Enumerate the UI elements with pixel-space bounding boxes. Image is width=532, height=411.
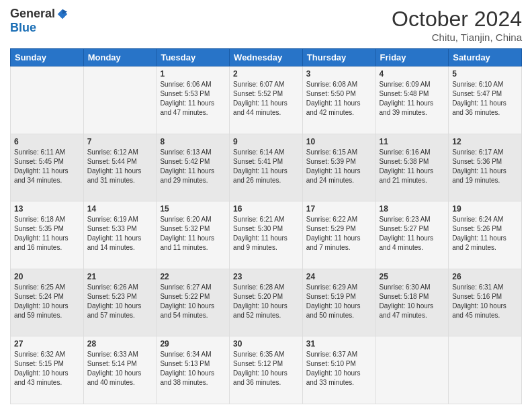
- day-info: Sunrise: 6:18 AMSunset: 5:35 PMDaylight:…: [14, 215, 80, 253]
- logo-icon: [56, 8, 69, 20]
- day-number: 22: [160, 272, 226, 281]
- day-header-thursday: Thursday: [302, 49, 375, 66]
- day-number: 25: [380, 272, 445, 281]
- day-number: 14: [87, 204, 153, 214]
- day-info: Sunrise: 6:23 AMSunset: 5:27 PMDaylight:…: [380, 215, 445, 253]
- day-info: Sunrise: 6:16 AMSunset: 5:38 PMDaylight:…: [380, 148, 445, 185]
- day-info: Sunrise: 6:19 AMSunset: 5:33 PMDaylight:…: [87, 215, 153, 253]
- day-info: Sunrise: 6:11 AMSunset: 5:45 PMDaylight:…: [14, 148, 80, 185]
- calendar-cell: 12Sunrise: 6:17 AMSunset: 5:36 PMDayligh…: [449, 134, 522, 201]
- day-info: Sunrise: 6:31 AMSunset: 5:16 PMDaylight:…: [452, 283, 518, 320]
- calendar-cell: 17Sunrise: 6:22 AMSunset: 5:29 PMDayligh…: [302, 201, 375, 269]
- day-info: Sunrise: 6:34 AMSunset: 5:13 PMDaylight:…: [160, 350, 226, 387]
- calendar-cell: 22Sunrise: 6:27 AMSunset: 5:22 PMDayligh…: [157, 269, 230, 336]
- day-info: Sunrise: 6:12 AMSunset: 5:44 PMDaylight:…: [87, 148, 153, 185]
- day-number: 3: [306, 69, 372, 79]
- day-info: Sunrise: 6:28 AMSunset: 5:20 PMDaylight:…: [233, 283, 299, 320]
- day-number: 6: [14, 137, 80, 146]
- calendar-week-row: 1Sunrise: 6:06 AMSunset: 5:53 PMDaylight…: [11, 66, 522, 134]
- day-number: 9: [233, 137, 299, 146]
- calendar-cell: 27Sunrise: 6:32 AMSunset: 5:15 PMDayligh…: [11, 336, 84, 404]
- day-info: Sunrise: 6:14 AMSunset: 5:41 PMDaylight:…: [233, 148, 299, 185]
- day-number: 27: [14, 339, 80, 349]
- day-info: Sunrise: 6:25 AMSunset: 5:24 PMDaylight:…: [14, 283, 80, 320]
- calendar-week-row: 20Sunrise: 6:25 AMSunset: 5:24 PMDayligh…: [11, 269, 522, 336]
- day-number: 18: [380, 204, 445, 214]
- calendar-cell: 29Sunrise: 6:34 AMSunset: 5:13 PMDayligh…: [157, 336, 230, 404]
- day-header-sunday: Sunday: [11, 49, 84, 66]
- day-number: 7: [87, 137, 153, 146]
- day-number: 16: [233, 204, 299, 214]
- day-info: Sunrise: 6:06 AMSunset: 5:53 PMDaylight:…: [160, 80, 226, 118]
- logo-blue-text: Blue: [10, 21, 36, 35]
- day-number: 24: [306, 272, 372, 281]
- day-number: 15: [160, 204, 226, 214]
- day-number: 2: [233, 69, 299, 79]
- calendar: SundayMondayTuesdayWednesdayThursdayFrid…: [10, 48, 522, 404]
- day-number: 5: [452, 69, 518, 79]
- day-number: 21: [87, 272, 153, 281]
- day-info: Sunrise: 6:20 AMSunset: 5:32 PMDaylight:…: [160, 215, 226, 253]
- day-header-friday: Friday: [375, 49, 449, 66]
- calendar-cell: [11, 66, 84, 134]
- day-info: Sunrise: 6:30 AMSunset: 5:18 PMDaylight:…: [380, 283, 445, 320]
- calendar-cell: 13Sunrise: 6:18 AMSunset: 5:35 PMDayligh…: [11, 201, 84, 269]
- day-header-wednesday: Wednesday: [230, 49, 303, 66]
- day-number: 1: [160, 69, 226, 79]
- calendar-cell: 26Sunrise: 6:31 AMSunset: 5:16 PMDayligh…: [449, 269, 522, 336]
- day-number: 28: [87, 339, 153, 349]
- calendar-week-row: 13Sunrise: 6:18 AMSunset: 5:35 PMDayligh…: [11, 201, 522, 269]
- day-info: Sunrise: 6:29 AMSunset: 5:19 PMDaylight:…: [306, 283, 372, 320]
- day-info: Sunrise: 6:27 AMSunset: 5:22 PMDaylight:…: [160, 283, 226, 320]
- day-info: Sunrise: 6:32 AMSunset: 5:15 PMDaylight:…: [14, 350, 80, 387]
- calendar-cell: 9Sunrise: 6:14 AMSunset: 5:41 PMDaylight…: [230, 134, 303, 201]
- day-info: Sunrise: 6:13 AMSunset: 5:42 PMDaylight:…: [160, 148, 226, 185]
- day-number: 17: [306, 204, 372, 214]
- day-info: Sunrise: 6:24 AMSunset: 5:26 PMDaylight:…: [452, 215, 518, 253]
- calendar-cell: 21Sunrise: 6:26 AMSunset: 5:23 PMDayligh…: [83, 269, 157, 336]
- calendar-cell: 30Sunrise: 6:35 AMSunset: 5:12 PMDayligh…: [230, 336, 303, 404]
- calendar-cell: 5Sunrise: 6:10 AMSunset: 5:47 PMDaylight…: [449, 66, 522, 134]
- day-number: 30: [233, 339, 299, 349]
- calendar-cell: 31Sunrise: 6:37 AMSunset: 5:10 PMDayligh…: [302, 336, 375, 404]
- day-info: Sunrise: 6:21 AMSunset: 5:30 PMDaylight:…: [233, 215, 299, 253]
- calendar-cell: 7Sunrise: 6:12 AMSunset: 5:44 PMDaylight…: [83, 134, 157, 201]
- calendar-cell: 2Sunrise: 6:07 AMSunset: 5:52 PMDaylight…: [230, 66, 303, 134]
- calendar-cell: [449, 336, 522, 404]
- calendar-cell: 25Sunrise: 6:30 AMSunset: 5:18 PMDayligh…: [375, 269, 449, 336]
- calendar-week-row: 6Sunrise: 6:11 AMSunset: 5:45 PMDaylight…: [11, 134, 522, 201]
- day-info: Sunrise: 6:09 AMSunset: 5:48 PMDaylight:…: [380, 80, 445, 118]
- page: General Blue October 2024 Chitu, Tianjin…: [0, 0, 532, 411]
- calendar-cell: 3Sunrise: 6:08 AMSunset: 5:50 PMDaylight…: [302, 66, 375, 134]
- calendar-cell: 6Sunrise: 6:11 AMSunset: 5:45 PMDaylight…: [11, 134, 84, 201]
- day-header-tuesday: Tuesday: [157, 49, 230, 66]
- calendar-cell: 1Sunrise: 6:06 AMSunset: 5:53 PMDaylight…: [157, 66, 230, 134]
- day-number: 26: [452, 272, 518, 281]
- day-info: Sunrise: 6:10 AMSunset: 5:47 PMDaylight:…: [452, 80, 518, 118]
- calendar-cell: [375, 336, 449, 404]
- day-info: Sunrise: 6:37 AMSunset: 5:10 PMDaylight:…: [306, 350, 372, 387]
- calendar-week-row: 27Sunrise: 6:32 AMSunset: 5:15 PMDayligh…: [11, 336, 522, 404]
- day-header-saturday: Saturday: [449, 49, 522, 66]
- calendar-cell: 28Sunrise: 6:33 AMSunset: 5:14 PMDayligh…: [83, 336, 157, 404]
- day-number: 12: [452, 137, 518, 146]
- day-number: 4: [380, 69, 445, 79]
- calendar-cell: [83, 66, 157, 134]
- day-info: Sunrise: 6:35 AMSunset: 5:12 PMDaylight:…: [233, 350, 299, 387]
- calendar-cell: 16Sunrise: 6:21 AMSunset: 5:30 PMDayligh…: [230, 201, 303, 269]
- day-info: Sunrise: 6:15 AMSunset: 5:39 PMDaylight:…: [306, 148, 372, 185]
- calendar-cell: 11Sunrise: 6:16 AMSunset: 5:38 PMDayligh…: [375, 134, 449, 201]
- day-number: 29: [160, 339, 226, 349]
- day-info: Sunrise: 6:08 AMSunset: 5:50 PMDaylight:…: [306, 80, 372, 118]
- day-info: Sunrise: 6:07 AMSunset: 5:52 PMDaylight:…: [233, 80, 299, 118]
- day-number: 19: [452, 204, 518, 214]
- calendar-cell: 4Sunrise: 6:09 AMSunset: 5:48 PMDaylight…: [375, 66, 449, 134]
- day-header-monday: Monday: [83, 49, 157, 66]
- calendar-cell: 10Sunrise: 6:15 AMSunset: 5:39 PMDayligh…: [302, 134, 375, 201]
- location: Chitu, Tianjin, China: [392, 32, 522, 43]
- day-info: Sunrise: 6:26 AMSunset: 5:23 PMDaylight:…: [87, 283, 153, 320]
- header: General Blue October 2024 Chitu, Tianjin…: [10, 7, 522, 43]
- title-section: October 2024 Chitu, Tianjin, China: [392, 7, 522, 43]
- calendar-cell: 23Sunrise: 6:28 AMSunset: 5:20 PMDayligh…: [230, 269, 303, 336]
- calendar-header-row: SundayMondayTuesdayWednesdayThursdayFrid…: [11, 49, 522, 66]
